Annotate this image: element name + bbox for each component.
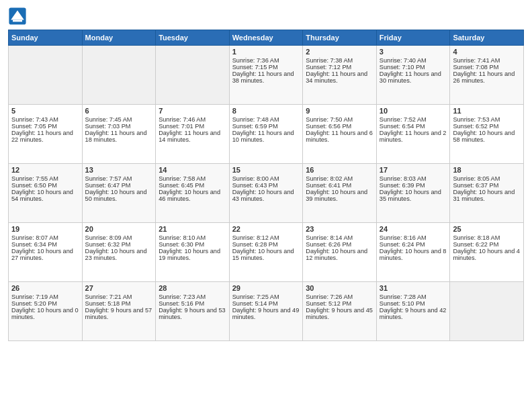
- calendar-cell: 3Sunrise: 7:40 AMSunset: 7:10 PMDaylight…: [376, 46, 450, 105]
- day-number: 30: [306, 284, 373, 292]
- day-info: Daylight: 10 hours and 23 minutes.: [85, 248, 153, 261]
- day-info: Sunrise: 8:05 AM: [453, 175, 521, 182]
- day-info: Daylight: 11 hours and 18 minutes.: [85, 130, 153, 143]
- day-info: Sunset: 7:15 PM: [232, 64, 300, 71]
- day-number: 7: [159, 107, 226, 115]
- day-info: Sunrise: 7:19 AM: [11, 293, 79, 300]
- week-row-4: 19Sunrise: 8:07 AMSunset: 6:34 PMDayligh…: [9, 223, 524, 282]
- day-info: Sunset: 5:20 PM: [11, 300, 79, 307]
- day-info: Sunrise: 7:46 AM: [159, 116, 226, 123]
- day-info: Daylight: 11 hours and 6 minutes.: [306, 130, 373, 143]
- day-number: 4: [453, 48, 521, 56]
- calendar-cell: 31Sunrise: 7:28 AMSunset: 5:10 PMDayligh…: [376, 282, 450, 341]
- calendar-body: 1Sunrise: 7:36 AMSunset: 7:15 PMDaylight…: [9, 46, 524, 341]
- svg-rect-2: [13, 20, 22, 22]
- logo-icon: [8, 7, 27, 26]
- day-info: Sunrise: 8:18 AM: [453, 234, 521, 241]
- day-info: Sunset: 7:08 PM: [453, 64, 521, 71]
- day-info: Sunrise: 7:53 AM: [453, 116, 521, 123]
- day-info: Sunrise: 8:10 AM: [159, 234, 226, 241]
- week-row-2: 5Sunrise: 7:43 AMSunset: 7:05 PMDaylight…: [9, 105, 524, 164]
- calendar-cell: [9, 46, 83, 105]
- calendar-cell: 29Sunrise: 7:25 AMSunset: 5:14 PMDayligh…: [229, 282, 303, 341]
- day-number: 28: [159, 284, 226, 292]
- day-info: Sunrise: 7:36 AM: [232, 57, 300, 64]
- day-info: Sunset: 6:37 PM: [453, 182, 521, 189]
- day-number: 6: [85, 107, 153, 115]
- day-info: Daylight: 10 hours and 8 minutes.: [380, 248, 447, 261]
- day-info: Daylight: 9 hours and 53 minutes.: [159, 307, 226, 320]
- day-number: 12: [11, 166, 79, 174]
- day-header-tuesday: Tuesday: [156, 30, 230, 46]
- day-number: 14: [159, 166, 226, 174]
- day-info: Sunset: 5:12 PM: [306, 300, 373, 307]
- day-header-monday: Monday: [82, 30, 156, 46]
- day-info: Sunrise: 7:55 AM: [11, 175, 79, 182]
- calendar-cell: 28Sunrise: 7:23 AMSunset: 5:16 PMDayligh…: [156, 282, 230, 341]
- day-info: Sunset: 6:54 PM: [380, 123, 447, 130]
- calendar-cell: 15Sunrise: 8:00 AMSunset: 6:43 PMDayligh…: [229, 164, 303, 223]
- day-info: Sunset: 6:47 PM: [85, 182, 153, 189]
- calendar-cell: 26Sunrise: 7:19 AMSunset: 5:20 PMDayligh…: [9, 282, 83, 341]
- day-info: Daylight: 11 hours and 14 minutes.: [159, 130, 226, 143]
- calendar-cell: 13Sunrise: 7:57 AMSunset: 6:47 PMDayligh…: [82, 164, 156, 223]
- day-info: Sunrise: 7:26 AM: [306, 293, 373, 300]
- day-info: Sunrise: 8:14 AM: [306, 234, 373, 241]
- day-header-saturday: Saturday: [450, 30, 524, 46]
- day-info: Sunrise: 7:48 AM: [232, 116, 300, 123]
- day-number: 5: [11, 107, 79, 115]
- day-number: 9: [306, 107, 373, 115]
- day-number: 11: [453, 107, 521, 115]
- day-info: Sunset: 6:41 PM: [306, 182, 373, 189]
- day-number: 15: [232, 166, 300, 174]
- day-info: Sunset: 6:22 PM: [453, 241, 521, 248]
- day-number: 31: [380, 284, 447, 292]
- day-info: Daylight: 9 hours and 45 minutes.: [306, 307, 373, 320]
- day-info: Daylight: 11 hours and 34 minutes.: [306, 71, 373, 84]
- day-info: Sunset: 5:16 PM: [159, 300, 226, 307]
- day-info: Sunset: 6:45 PM: [159, 182, 226, 189]
- calendar-cell: 20Sunrise: 8:09 AMSunset: 6:32 PMDayligh…: [82, 223, 156, 282]
- day-info: Sunset: 6:59 PM: [232, 123, 300, 130]
- day-number: 17: [380, 166, 447, 174]
- day-info: Sunset: 6:24 PM: [380, 241, 447, 248]
- calendar-cell: 22Sunrise: 8:12 AMSunset: 6:28 PMDayligh…: [229, 223, 303, 282]
- calendar-cell: [450, 282, 524, 341]
- calendar-cell: 25Sunrise: 8:18 AMSunset: 6:22 PMDayligh…: [450, 223, 524, 282]
- day-number: 27: [85, 284, 153, 292]
- day-number: 13: [85, 166, 153, 174]
- day-info: Sunrise: 7:28 AM: [380, 293, 447, 300]
- day-info: Sunset: 5:14 PM: [232, 300, 300, 307]
- calendar-cell: 5Sunrise: 7:43 AMSunset: 7:05 PMDaylight…: [9, 105, 83, 164]
- day-header-wednesday: Wednesday: [229, 30, 303, 46]
- day-number: 25: [453, 225, 521, 233]
- day-info: Sunset: 6:30 PM: [159, 241, 226, 248]
- day-header-friday: Friday: [376, 30, 450, 46]
- day-info: Daylight: 11 hours and 22 minutes.: [11, 130, 79, 143]
- calendar-cell: 30Sunrise: 7:26 AMSunset: 5:12 PMDayligh…: [303, 282, 377, 341]
- day-info: Daylight: 10 hours and 12 minutes.: [306, 248, 373, 261]
- day-info: Daylight: 10 hours and 15 minutes.: [232, 248, 300, 261]
- day-info: Daylight: 10 hours and 35 minutes.: [380, 189, 447, 202]
- day-info: Sunrise: 8:16 AM: [380, 234, 447, 241]
- week-row-3: 12Sunrise: 7:55 AMSunset: 6:50 PMDayligh…: [9, 164, 524, 223]
- day-number: 21: [159, 225, 226, 233]
- day-info: Sunset: 7:12 PM: [306, 64, 373, 71]
- day-info: Sunrise: 7:21 AM: [85, 293, 153, 300]
- day-info: Daylight: 10 hours and 58 minutes.: [453, 130, 521, 143]
- day-info: Sunset: 6:39 PM: [380, 182, 447, 189]
- calendar-cell: 4Sunrise: 7:41 AMSunset: 7:08 PMDaylight…: [450, 46, 524, 105]
- calendar-cell: 2Sunrise: 7:38 AMSunset: 7:12 PMDaylight…: [303, 46, 377, 105]
- day-info: Sunset: 6:50 PM: [11, 182, 79, 189]
- day-info: Daylight: 10 hours and 27 minutes.: [11, 248, 79, 261]
- day-info: Daylight: 10 hours and 39 minutes.: [306, 189, 373, 202]
- day-info: Sunrise: 8:12 AM: [232, 234, 300, 241]
- calendar-cell: [82, 46, 156, 105]
- day-info: Sunrise: 7:50 AM: [306, 116, 373, 123]
- day-info: Sunrise: 8:07 AM: [11, 234, 79, 241]
- calendar-cell: 14Sunrise: 7:58 AMSunset: 6:45 PMDayligh…: [156, 164, 230, 223]
- day-info: Sunset: 5:18 PM: [85, 300, 153, 307]
- day-info: Sunset: 7:05 PM: [11, 123, 79, 130]
- day-info: Daylight: 11 hours and 2 minutes.: [380, 130, 447, 143]
- day-info: Sunrise: 8:03 AM: [380, 175, 447, 182]
